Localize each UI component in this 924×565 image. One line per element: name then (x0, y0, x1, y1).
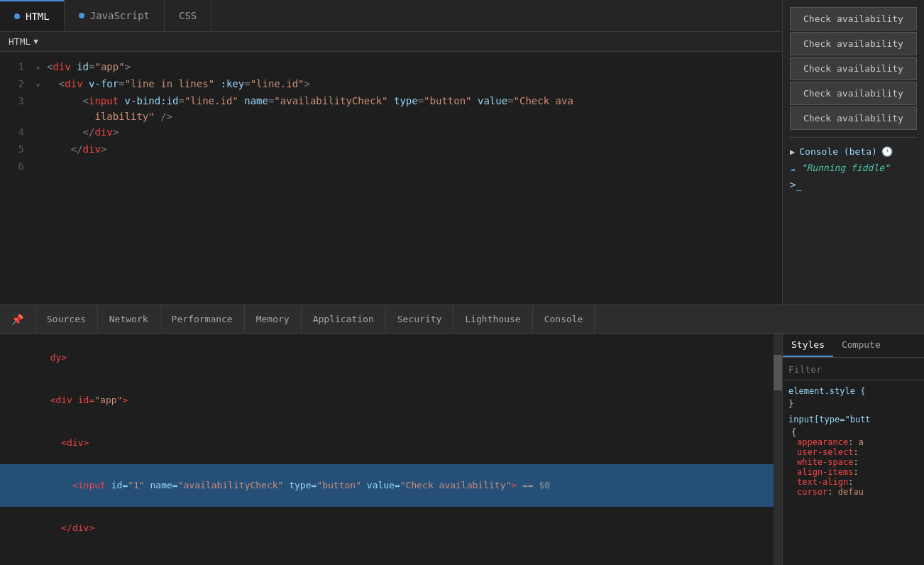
filter-input[interactable] (788, 364, 918, 375)
tab-html[interactable]: HTML (0, 0, 65, 31)
tab-javascript-label: JavaScript (90, 10, 150, 21)
line-arrow-5 (35, 141, 47, 158)
devtools-tab-performance[interactable]: Performance (160, 305, 245, 333)
input-selector: input[type="butt (788, 415, 918, 424)
styles-tab-label: Styles (791, 339, 825, 350)
line-num-2: 2 (0, 76, 35, 92)
dom-line-div2[interactable]: <div> (0, 549, 774, 565)
dom-scrollbar[interactable] (774, 334, 782, 565)
js-dot (79, 13, 84, 18)
style-prop-cursor: cursor: defau (788, 487, 918, 497)
element-style-close: } (788, 399, 918, 409)
element-style-selector: element.style { (788, 386, 918, 396)
code-line-1: 1 ▾ <div id="app"> (0, 59, 782, 76)
style-rule-input: input[type="butt { appearance: a user-se… (788, 415, 918, 497)
line-arrow-1[interactable]: ▾ (35, 59, 47, 76)
tab-javascript[interactable]: JavaScript (65, 0, 165, 31)
pin-icon: 📌 (11, 314, 23, 325)
editor-toolbar: HTML ▼ (0, 32, 782, 52)
tab-html-label: HTML (26, 11, 50, 22)
style-rule-element: element.style { } (788, 386, 918, 409)
sources-label: Sources (47, 314, 86, 324)
devtools-tab-network[interactable]: Network (98, 305, 160, 333)
devtools-tab-console[interactable]: Console (533, 305, 595, 333)
style-prop-appearance: appearance: a (788, 437, 918, 447)
code-panel: HTML JavaScript CSS HTML ▼ 1 ▾ <div id="… (0, 0, 782, 305)
line-content-4: </div> (47, 124, 782, 140)
devtools-tab-sources[interactable]: Sources (35, 305, 98, 333)
performance-label: Performance (172, 314, 233, 324)
style-prop-text-align: text-align: (788, 477, 918, 487)
toolbar-arrow[interactable]: ▼ (33, 37, 38, 46)
code-line-5: 5 </div> (0, 141, 782, 158)
dom-line-div-app[interactable]: <div id="app"> (0, 379, 774, 422)
bottom-area: 📌 Sources Network Performance Memory App… (0, 305, 924, 565)
code-line-2: 2 ▾ <div v-for="line in lines" :key="lin… (0, 76, 782, 93)
filter-bar (783, 358, 924, 380)
devtools-tab-application[interactable]: Application (302, 305, 386, 333)
dom-line-div1[interactable]: <div> (0, 422, 774, 464)
cloud-icon: ☁ (790, 163, 796, 173)
console-label: Console (beta) (799, 146, 877, 157)
dom-line-dy[interactable]: dy> (0, 336, 774, 379)
bottom-content: dy> <div id="app"> <div> <input id="1" n… (0, 334, 924, 565)
line-arrow-6 (35, 158, 47, 175)
line-arrow-2[interactable]: ▾ (35, 76, 47, 93)
right-panel: Check availability Check availability Ch… (782, 0, 924, 305)
memory-label: Memory (256, 314, 290, 324)
style-prop-user-select: user-select: (788, 447, 918, 457)
styles-tab-styles[interactable]: Styles (783, 334, 833, 357)
devtools-tabs: 📌 Sources Network Performance Memory App… (0, 305, 924, 334)
check-availability-btn-1[interactable]: Check availability (790, 7, 917, 31)
check-availability-btn-3[interactable]: Check availability (790, 57, 917, 80)
check-availability-btn-5[interactable]: Check availability (790, 106, 917, 130)
devtools-tab-lighthouse[interactable]: Lighthouse (453, 305, 532, 333)
line-num-5: 5 (0, 141, 35, 157)
line-num-6: 6 (0, 158, 35, 174)
tab-css-label: CSS (179, 10, 197, 21)
top-area: HTML JavaScript CSS HTML ▼ 1 ▾ <div id="… (0, 0, 924, 305)
code-line-3: 3 <input v-bind:id="line.id" name="avail… (0, 93, 782, 124)
line-content-1: <div id="app"> (47, 59, 782, 75)
dom-scrollbar-thumb[interactable] (774, 355, 782, 390)
line-num-3: 3 (0, 93, 35, 109)
dom-line-div1-close[interactable]: </div> (0, 507, 774, 549)
running-fiddle-output: ☁ "Running fiddle" (790, 160, 917, 176)
devtools-tab-memory[interactable]: Memory (245, 305, 302, 333)
html-dot (14, 13, 20, 19)
styles-tab-computed[interactable]: Compute (833, 334, 889, 357)
console-prompt[interactable]: >_ (790, 176, 917, 193)
check-availability-btn-2[interactable]: Check availability (790, 32, 917, 55)
style-spacer (788, 409, 918, 415)
styles-content: element.style { } input[type="butt { app… (783, 380, 924, 565)
computed-tab-label: Compute (842, 339, 881, 350)
network-label: Network (109, 314, 148, 324)
style-prop-white-space: white-space: (788, 457, 918, 467)
application-label: Application (313, 314, 374, 324)
line-num-1: 1 (0, 59, 35, 75)
lighthouse-label: Lighthouse (465, 314, 520, 324)
devtools-tab-security[interactable]: Security (386, 305, 454, 333)
line-content-5: </div> (47, 141, 782, 157)
dom-panel[interactable]: dy> <div id="app"> <div> <input id="1" n… (0, 334, 774, 565)
tab-bar: HTML JavaScript CSS (0, 0, 782, 32)
code-line-4: 4 </div> (0, 124, 782, 141)
check-availability-btn-4[interactable]: Check availability (790, 82, 917, 105)
console-section: ▶ Console (beta) 🕐 ☁ "Running fiddle" >_ (790, 137, 917, 193)
line-content-2: <div v-for="line in lines" :key="line.id… (47, 76, 782, 92)
code-line-6: 6 (0, 158, 782, 175)
input-rule-brace-open: { (788, 427, 918, 437)
toolbar-label: HTML (9, 36, 31, 47)
line-num-4: 4 (0, 124, 35, 140)
line-arrow-3 (35, 93, 47, 110)
console-header: ▶ Console (beta) 🕐 (790, 143, 917, 160)
tab-css[interactable]: CSS (165, 0, 211, 31)
dom-line-input1[interactable]: <input id="1" name="availabilityCheck" t… (0, 464, 774, 507)
styles-panel: Styles Compute element.style { } input[t… (782, 334, 924, 565)
line-arrow-4 (35, 124, 47, 141)
devtools-tab-pin[interactable]: 📌 (0, 305, 35, 333)
security-label: Security (397, 314, 442, 324)
line-content-3: <input v-bind:id="line.id" name="availab… (47, 93, 782, 124)
console-clock-icon: 🕐 (881, 146, 893, 157)
console-expand-icon[interactable]: ▶ (790, 147, 795, 157)
